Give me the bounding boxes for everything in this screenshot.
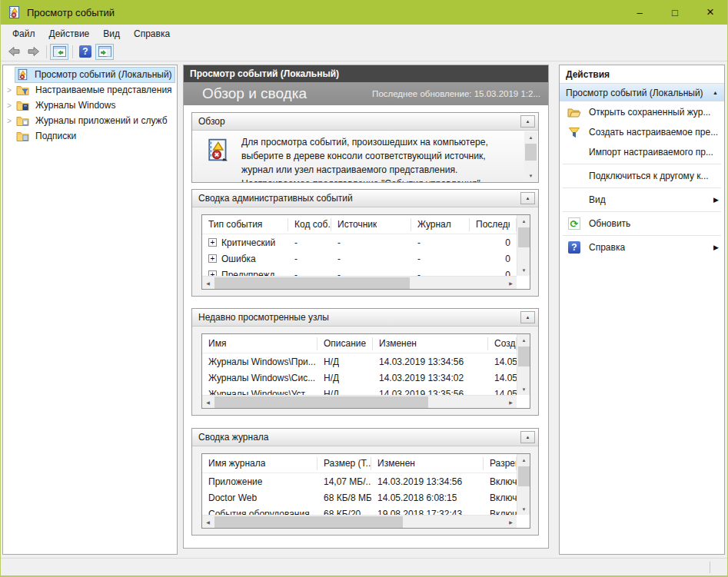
tree-item-content[interactable]: Настраиваемые представления <box>15 83 175 98</box>
collapse-button[interactable]: ▲ <box>520 192 535 204</box>
scroll-left-icon[interactable]: ◀ <box>202 516 214 529</box>
scroll-left-icon[interactable]: ◀ <box>202 396 214 409</box>
vertical-scrollbar[interactable]: ▲▼ <box>517 454 530 515</box>
tree-item-1[interactable]: >Настраиваемые представления <box>3 82 177 98</box>
action-item-0[interactable]: Открыть сохраненный жур... <box>560 102 724 122</box>
scroll-up-icon[interactable]: ▲ <box>524 131 537 143</box>
expand-chevron-icon[interactable]: > <box>3 86 15 95</box>
column-header[interactable]: Изменен <box>371 457 484 470</box>
section-admin-header[interactable]: Сводка административных событий ▲ <box>192 190 538 207</box>
section-nodes-header[interactable]: Недавно просмотренные узлы ▲ <box>192 309 538 327</box>
expand-icon[interactable]: + <box>208 254 217 263</box>
table-row[interactable]: Приложение14,07 МБ/...14.03.2019 13:34:5… <box>202 473 517 489</box>
section-overview-header[interactable]: Обзор ▲ <box>192 113 538 131</box>
show-console-tree-button[interactable] <box>50 44 68 60</box>
table-row[interactable]: Журналы Windows\Сис...Н/Д14.03.2019 13:3… <box>202 370 517 386</box>
expand-chevron-icon[interactable]: > <box>3 117 15 125</box>
tree-item-2[interactable]: >Журналы Windows <box>3 98 177 113</box>
scroll-down-icon[interactable]: ▼ <box>524 170 537 181</box>
table-row[interactable]: Журналы Windows\При...Н/Д14.03.2019 13:3… <box>202 353 517 370</box>
action-item-5[interactable]: ⟳Обновить <box>560 214 724 234</box>
column-header[interactable]: Размер (Т... <box>317 457 371 470</box>
column-header[interactable]: Последн... <box>470 218 517 231</box>
column-header[interactable]: Имя <box>202 337 317 350</box>
expand-chevron-icon[interactable]: > <box>3 101 15 110</box>
action-item-2[interactable]: Импорт настраиваемого пр... <box>560 142 724 162</box>
vertical-scrollbar[interactable]: ▲▼ <box>517 334 530 395</box>
close-button[interactable]: × <box>693 0 728 25</box>
column-header[interactable]: Изменен <box>373 337 488 350</box>
tree-item-content[interactable]: Журналы приложений и служб <box>15 114 170 128</box>
back-button[interactable] <box>5 44 23 60</box>
scrollbar-thumb[interactable] <box>525 144 537 161</box>
table-row[interactable]: Журналы Windows\Уст...Н/Д14.03.2019 13:3… <box>202 386 517 395</box>
scroll-down-icon[interactable]: ▼ <box>517 264 530 276</box>
scroll-up-icon[interactable]: ▲ <box>517 454 530 466</box>
table-cell: Включ <box>484 476 517 487</box>
column-header[interactable]: Код соб... <box>288 218 331 231</box>
minimize-button[interactable]: – <box>622 0 657 25</box>
action-item-1[interactable]: Создать настраиваемое пре... <box>560 122 724 142</box>
action-item-6[interactable]: ?Справка▶ <box>560 237 724 257</box>
table-cell: Журналы Windows\При... <box>202 356 317 367</box>
scrollbar-thumb[interactable] <box>214 516 403 528</box>
table-row[interactable]: Doctor Web68 КБ/8 МБ14.05.2018 6:08:15Вк… <box>202 489 517 506</box>
action-item-4[interactable]: Вид▶ <box>560 190 724 210</box>
vertical-scrollbar[interactable]: ▲▼ <box>517 215 530 276</box>
column-header[interactable]: Имя журнала <box>202 457 317 470</box>
menu-view[interactable]: Вид <box>96 26 127 41</box>
scroll-down-icon[interactable]: ▼ <box>517 383 530 395</box>
collapse-button[interactable]: ▲ <box>520 431 535 443</box>
menu-help[interactable]: Справка <box>127 26 177 41</box>
tree-item-content[interactable]: Просмотр событий (Локальный) <box>15 68 175 82</box>
column-header[interactable]: Источник <box>331 218 411 231</box>
tree-item-3[interactable]: >Журналы приложений и служб <box>3 113 177 128</box>
scrollbar-thumb[interactable] <box>214 396 428 408</box>
table-row[interactable]: События оборудования68 КБ/20 ...19.08.20… <box>202 506 517 515</box>
back-icon <box>8 46 21 57</box>
column-header[interactable]: Разреш <box>484 457 517 470</box>
tree-item-4[interactable]: Подписки <box>3 128 177 144</box>
column-header[interactable]: Описание <box>317 337 373 350</box>
table-cell: Приложение <box>202 476 317 487</box>
horizontal-scrollbar[interactable]: ◀▶ <box>202 276 517 289</box>
show-action-pane-button[interactable] <box>95 44 114 60</box>
tree-item-root[interactable]: Просмотр событий (Локальный) <box>3 67 177 82</box>
table-row[interactable]: +Ошибка---0 <box>202 250 517 267</box>
scroll-up-icon[interactable]: ▲ <box>517 334 530 346</box>
scroll-left-icon[interactable]: ◀ <box>202 277 214 290</box>
menu-action[interactable]: Действие <box>42 26 97 41</box>
column-header[interactable]: Журнал <box>411 218 470 231</box>
tree-item-content[interactable]: Подписки <box>15 129 78 144</box>
tree-item-content[interactable]: Журналы Windows <box>15 98 118 113</box>
scrollbar-thumb[interactable] <box>518 347 530 366</box>
collapse-button[interactable]: ▲ <box>520 115 535 128</box>
scroll-right-icon[interactable]: ▶ <box>505 516 517 529</box>
scroll-up-icon[interactable]: ▲ <box>517 215 530 227</box>
collapse-button[interactable]: ▲ <box>520 311 535 323</box>
menu-file[interactable]: Файл <box>5 26 42 41</box>
horizontal-scrollbar[interactable]: ◀▶ <box>202 515 517 528</box>
expand-icon[interactable]: + <box>208 270 217 276</box>
scroll-right-icon[interactable]: ▶ <box>505 396 517 409</box>
scroll-down-icon[interactable]: ▼ <box>517 503 530 515</box>
admin-events-table: Тип событияКод соб...ИсточникЖурналПосле… <box>201 214 530 290</box>
maximize-button[interactable]: □ <box>657 0 693 25</box>
column-header[interactable]: Создан <box>488 337 517 350</box>
action-item-3[interactable]: Подключиться к другому к... <box>560 166 724 186</box>
section-log-header[interactable]: Сводка журнала ▲ <box>192 429 538 446</box>
horizontal-scrollbar[interactable]: ◀▶ <box>202 395 517 408</box>
scrollbar-thumb[interactable] <box>214 277 410 289</box>
expand-icon[interactable]: + <box>208 238 217 247</box>
help-button[interactable]: ? <box>76 44 95 60</box>
table-row[interactable]: +Критический---0 <box>202 234 517 250</box>
column-header[interactable]: Тип события <box>202 218 288 231</box>
actions-group-header[interactable]: Просмотр событий (Локальный) ▲ <box>560 84 724 102</box>
scrollbar-thumb[interactable] <box>518 466 530 486</box>
scrollbar-thumb[interactable] <box>518 227 530 247</box>
scrollbar[interactable]: ▲ ▼ <box>524 131 537 181</box>
toolbar-separator <box>72 45 73 58</box>
scroll-right-icon[interactable]: ▶ <box>505 277 517 290</box>
table-row[interactable]: +Предупрежд...---0 <box>202 267 517 276</box>
forward-button[interactable] <box>24 44 42 60</box>
